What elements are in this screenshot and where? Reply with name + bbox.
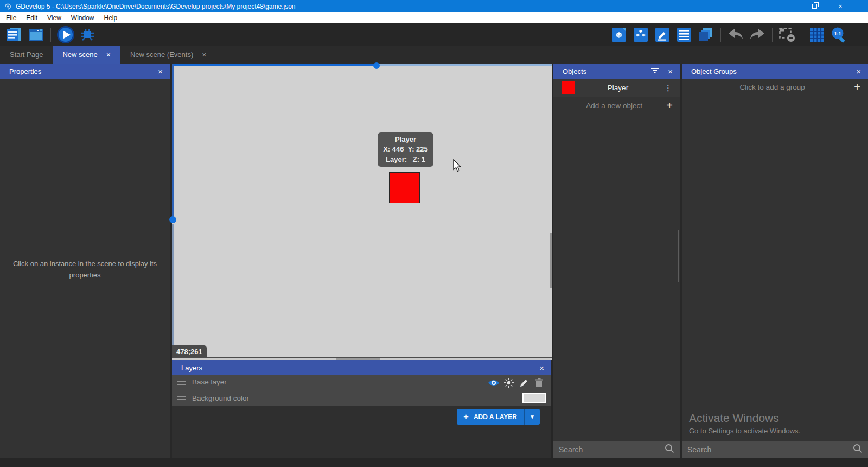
objects-panel-header: Objects × — [553, 64, 680, 79]
tooltip-layer: Layer: Z: 1 — [386, 155, 425, 165]
add-layer-button[interactable]: + ADD A LAYER ▾ — [457, 409, 540, 425]
layer-edit-pencil-icon[interactable] — [516, 378, 532, 388]
close-tab-icon[interactable]: × — [106, 51, 111, 59]
grid-toggle-icon[interactable] — [807, 25, 827, 45]
instance-tooltip: Player X: 446 Y: 225 Layer: Z: 1 — [378, 132, 433, 167]
properties-panel: Properties × Click on an instance in the… — [0, 64, 170, 458]
project-manager-icon[interactable] — [4, 25, 24, 45]
watermark-subtitle: Go to Settings to activate Windows. — [689, 427, 800, 435]
tab-new-scene-events[interactable]: New scene (Events) × — [120, 46, 216, 64]
tab-start-page[interactable]: Start Page — [0, 46, 53, 64]
drag-handle-icon[interactable] — [177, 396, 186, 400]
menu-file[interactable]: File — [1, 12, 21, 23]
background-color-swatch[interactable] — [522, 393, 546, 403]
close-object-groups-icon[interactable]: × — [855, 67, 862, 76]
plus-icon[interactable]: + — [854, 81, 860, 93]
restore-button[interactable] — [803, 0, 828, 12]
groups-search-input[interactable] — [687, 445, 853, 454]
player-object-instance[interactable] — [389, 172, 420, 203]
add-group-row[interactable]: Click to add a group + — [682, 79, 868, 96]
plus-icon[interactable]: + — [666, 99, 673, 112]
layers-panel: Layers × Base layer — [172, 360, 551, 458]
bottom-strip — [0, 458, 868, 467]
tab-label: Start Page — [10, 51, 43, 59]
properties-panel-icon[interactable] — [653, 25, 672, 45]
background-color-row[interactable]: Background color — [172, 390, 551, 406]
objects-panel: Objects × Player ⋮ Add a new object + — [553, 64, 680, 458]
close-properties-icon[interactable]: × — [157, 67, 164, 76]
menu-window[interactable]: Window — [66, 12, 99, 23]
properties-panel-title: Properties — [9, 67, 41, 75]
zoom-reset-icon[interactable]: 1:1 — [829, 25, 848, 45]
activate-windows-watermark: Activate Windows Go to Settings to activ… — [689, 412, 800, 435]
layer-effects-icon[interactable] — [501, 377, 516, 388]
objects-scrollbar-thumb[interactable] — [678, 230, 679, 282]
minimize-button[interactable]: — — [778, 0, 803, 12]
search-icon — [665, 444, 674, 456]
debug-preview-button[interactable] — [78, 25, 97, 45]
toolbar-separator — [772, 28, 773, 42]
objects-panel-icon[interactable] — [609, 25, 629, 45]
tab-bar: Start Page New scene × New scene (Events… — [0, 46, 868, 64]
tab-label: New scene — [62, 51, 97, 59]
redo-button[interactable] — [748, 25, 767, 45]
object-groups-panel-icon[interactable] — [631, 25, 650, 45]
horizontal-scroll-line[interactable] — [375, 64, 552, 66]
scene-window-icon[interactable] — [26, 25, 46, 45]
scene-canvas[interactable]: Player X: 446 Y: 225 Layer: Z: 1 478;261 — [172, 64, 552, 357]
layer-delete-trash-icon[interactable] — [532, 378, 547, 388]
layers-panel-icon[interactable] — [696, 25, 716, 45]
add-object-label: Add a new object — [562, 102, 666, 110]
tab-new-scene[interactable]: New scene × — [53, 46, 120, 64]
object-name: Player — [575, 84, 661, 92]
add-layer-button-main[interactable]: + ADD A LAYER — [457, 409, 524, 425]
object-groups-panel-title: Object Groups — [691, 67, 737, 75]
main-toolbar: 1:1 — [0, 23, 868, 46]
horizontal-scroll-thumb[interactable] — [373, 62, 380, 69]
layers-panel-title: Layers — [181, 364, 202, 372]
close-tab-icon[interactable]: × — [202, 51, 206, 59]
gdevelop-logo-icon — [4, 3, 11, 10]
drag-handle-icon[interactable] — [177, 381, 186, 385]
undo-button[interactable] — [726, 25, 745, 45]
mouse-cursor — [451, 159, 462, 175]
clear-selection-icon[interactable] — [777, 25, 797, 45]
properties-panel-header: Properties × — [0, 64, 170, 79]
tooltip-position: X: 446 Y: 225 — [383, 144, 428, 154]
objects-search-input[interactable] — [559, 445, 665, 454]
plus-icon: + — [463, 412, 469, 422]
object-row-player[interactable]: Player ⋮ — [553, 79, 680, 97]
vertical-scroll-line[interactable] — [172, 224, 174, 357]
layers-panel-header: Layers × — [172, 360, 551, 375]
horizontal-scroll-line[interactable] — [172, 64, 375, 66]
canvas-vertical-scrollbar-thumb[interactable] — [550, 234, 552, 288]
play-preview-button[interactable] — [56, 25, 75, 45]
toolbar-separator — [720, 28, 721, 42]
object-menu-kebab-icon[interactable]: ⋮ — [661, 83, 675, 93]
object-groups-panel-header: Object Groups × — [682, 64, 868, 79]
menu-help[interactable]: Help — [99, 12, 123, 23]
add-object-row[interactable]: Add a new object + — [553, 97, 680, 114]
layer-name-field[interactable]: Base layer — [192, 378, 478, 388]
tooltip-object-name: Player — [395, 135, 416, 144]
filter-icon[interactable] — [650, 67, 659, 75]
add-layer-dropdown-arrow[interactable]: ▾ — [524, 409, 540, 425]
vertical-scroll-line[interactable] — [172, 64, 174, 217]
close-objects-icon[interactable]: × — [667, 67, 674, 76]
titlebar: GDevelop 5 - C:\Users\Sparkle\OneDrive\D… — [0, 0, 868, 12]
search-icon — [853, 444, 863, 456]
objects-panel-title: Objects — [563, 67, 586, 75]
vertical-scroll-thumb[interactable] — [169, 216, 176, 223]
cursor-coordinates-badge: 478;261 — [172, 345, 207, 357]
objects-search-bar — [553, 441, 680, 458]
layer-row-base[interactable]: Base layer — [172, 375, 551, 390]
properties-empty-message: Click on an instance in the scene to dis… — [0, 258, 170, 281]
layer-visibility-eye-icon[interactable] — [486, 378, 501, 387]
instances-list-panel-icon[interactable] — [674, 25, 694, 45]
close-window-button[interactable]: × — [828, 0, 853, 12]
restore-icon — [812, 2, 819, 10]
close-layers-icon[interactable]: × — [538, 363, 545, 373]
add-layer-label: ADD A LAYER — [474, 413, 517, 421]
menu-edit[interactable]: Edit — [21, 12, 42, 23]
menu-view[interactable]: View — [42, 12, 66, 23]
